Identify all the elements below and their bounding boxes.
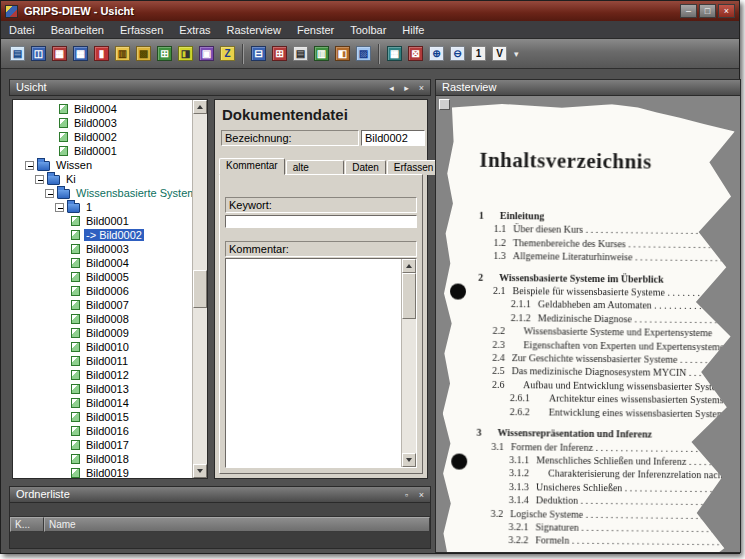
tree-row[interactable]: Bild0013 (13, 382, 192, 396)
dock-close-icon[interactable]: × (415, 82, 428, 94)
tree-row[interactable]: Bild0001 (13, 214, 192, 228)
maximize-button[interactable]: □ (699, 4, 716, 18)
tree-row[interactable]: Bild0010 (13, 340, 192, 354)
textarea-scrollbar[interactable] (401, 259, 416, 467)
zoom-out-button[interactable]: ⊖ (447, 43, 468, 64)
tree-row[interactable]: 1 (13, 200, 192, 214)
open-document-button[interactable]: ◫ (28, 43, 49, 64)
expander-icon[interactable] (55, 203, 64, 212)
new-document-button[interactable]: ▤ (7, 43, 28, 64)
palette-tool-button[interactable]: ◨ (175, 43, 196, 64)
tree-row[interactable]: Bild0002 (13, 130, 192, 144)
minimize-button[interactable]: – (680, 4, 697, 18)
grid-red-button[interactable]: ⊞ (269, 43, 290, 64)
toc-number: 3.1.4 (509, 493, 529, 507)
macro-tool-button[interactable]: ▣ (196, 43, 217, 64)
menu-toolbar[interactable]: Toolbar (342, 21, 394, 38)
save-blue-button[interactable]: ▦ (70, 43, 91, 64)
save-red-button[interactable]: ▦ (49, 43, 70, 64)
database-tool-button[interactable]: ▩ (133, 43, 154, 64)
grid-skyblue-button[interactable]: ▨ (353, 43, 374, 64)
scroll-up-icon[interactable] (402, 259, 416, 273)
scroll-up-icon[interactable] (193, 100, 207, 114)
tree-row[interactable]: Bild0018 (13, 452, 192, 466)
menu-erfassen[interactable]: Erfassen (112, 21, 171, 38)
tree-scroll-thumb[interactable] (193, 270, 207, 308)
scroll-down-icon[interactable] (402, 453, 416, 467)
link-tool-button[interactable]: ⊞ (154, 43, 175, 64)
tree-row[interactable]: Bild0016 (13, 424, 192, 438)
grid-green-button[interactable]: ▥ (311, 43, 332, 64)
tree-row[interactable]: -> Bild0002 (13, 228, 192, 242)
tree-row[interactable]: Bild0003 (13, 242, 192, 256)
usicht-panel-header[interactable]: Usicht ◂ ▸ × (9, 79, 431, 96)
keyword-input[interactable] (225, 215, 417, 228)
column-header-k[interactable]: K... (10, 517, 44, 532)
tree-row[interactable]: Bild0019 (13, 466, 192, 478)
menu-datei[interactable]: Datei (1, 21, 43, 38)
tree-row[interactable]: Bild0014 (13, 396, 192, 410)
toolbar-overflow-icon[interactable]: ▾ (514, 49, 519, 59)
kommentar-textarea[interactable] (225, 258, 417, 468)
column-header-name[interactable]: Name (44, 517, 430, 532)
expander-icon[interactable] (25, 161, 34, 170)
tree-item-label: Bild0001 (72, 145, 119, 157)
tree-row[interactable]: Bild0004 (13, 102, 192, 116)
tree-row[interactable]: Bild0008 (13, 312, 192, 326)
document-icon (71, 454, 80, 464)
expander-icon[interactable] (45, 189, 54, 198)
raster-close-button[interactable]: ⊠ (405, 43, 426, 64)
folder-tool-button[interactable]: ▥ (112, 43, 133, 64)
menu-rasterview[interactable]: Rasterview (219, 21, 289, 38)
tree-row[interactable]: Bild0001 (13, 144, 192, 158)
tab-alte-versionen[interactable]: alte Versionen (286, 160, 344, 175)
column-tool-button[interactable]: ▮ (91, 43, 112, 64)
grid-light-button[interactable]: ▤ (290, 43, 311, 64)
bezeichnung-input[interactable] (361, 130, 425, 146)
ordnerliste-panel-title: Ordnerliste (16, 487, 400, 502)
dock-next-icon[interactable]: ▸ (400, 82, 413, 94)
tree-row[interactable]: Bild0011 (13, 354, 192, 368)
textarea-scroll-thumb[interactable] (402, 273, 416, 319)
tree-row[interactable]: Bild0012 (13, 368, 192, 382)
rasterview-corner-button[interactable] (439, 99, 450, 110)
zoom-one-to-one-button[interactable]: 1 (468, 43, 489, 64)
ordnerliste-panel-header[interactable]: Ordnerliste ▫ × (9, 486, 431, 503)
tree-row[interactable]: Bild0004 (13, 256, 192, 270)
grid-orange-button[interactable]: ◧ (332, 43, 353, 64)
titlebar[interactable]: GRIPS-DIEW - Usicht – □ × (1, 1, 739, 21)
fit-view-button[interactable]: V (489, 43, 510, 64)
zoom-in-button[interactable]: ⊕ (426, 43, 447, 64)
pin-icon[interactable]: ▫ (400, 489, 413, 501)
raster-teal-button[interactable]: ▦ (384, 43, 405, 64)
document-tree: Bild0004Bild0003Bild0002Bild0001WissenKi… (12, 99, 208, 479)
tree-row[interactable]: Ki (13, 172, 192, 186)
menu-hilfe[interactable]: Hilfe (394, 21, 432, 38)
toc-number: 1.1 (494, 222, 507, 236)
tree-row[interactable]: Wissensbasierte System (13, 186, 192, 200)
close-button[interactable]: × (718, 4, 735, 18)
tree-row[interactable]: Bild0007 (13, 298, 192, 312)
menu-fenster[interactable]: Fenster (289, 21, 342, 38)
tree-row[interactable]: Wissen (13, 158, 192, 172)
expander-icon[interactable] (35, 175, 44, 184)
wizard-tool-button[interactable]: Z (217, 43, 238, 64)
tree-row[interactable]: Bild0015 (13, 410, 192, 424)
tree-row[interactable]: Bild0005 (13, 270, 192, 284)
rasterview-panel-header[interactable]: Rasterview (435, 79, 741, 96)
dock-prev-icon[interactable]: ◂ (385, 82, 398, 94)
tree-row[interactable]: Bild0009 (13, 326, 192, 340)
tree-row[interactable]: Bild0006 (13, 284, 192, 298)
menu-bearbeiten[interactable]: Bearbeiten (43, 21, 112, 38)
tree-item-label: Bild0004 (84, 257, 131, 269)
tab-erfassen[interactable]: Erfassen (387, 160, 440, 175)
tree-row[interactable]: Bild0003 (13, 116, 192, 130)
tree-scrollbar[interactable] (192, 100, 207, 478)
dock-close-icon[interactable]: × (415, 489, 428, 501)
tab-kommentar[interactable]: Kommentar (219, 158, 285, 175)
menu-extras[interactable]: Extras (171, 21, 218, 38)
tab-daten[interactable]: Daten (345, 160, 386, 175)
scroll-down-icon[interactable] (193, 464, 207, 478)
tree-row[interactable]: Bild0017 (13, 438, 192, 452)
grid-blue-button[interactable]: ⊟ (248, 43, 269, 64)
